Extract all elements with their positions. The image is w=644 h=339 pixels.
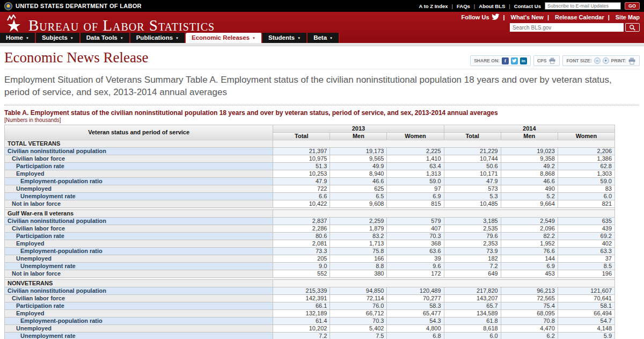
table-row: Employment-population ratio61.470.354.36… xyxy=(5,317,615,324)
value-cell: 166 xyxy=(330,255,387,262)
value-cell: 132,189 xyxy=(273,309,330,317)
value-cell: 10,422 xyxy=(273,200,330,207)
nav-item-label: Subjects xyxy=(42,34,68,41)
nav-item-beta[interactable]: Beta▼ xyxy=(308,33,340,43)
value-cell: 1,713 xyxy=(330,240,387,247)
value-cell: 6.0 xyxy=(558,192,614,200)
value-cell: 83.2 xyxy=(330,232,387,240)
table-row: Employed132,18966,71265,477134,58968,095… xyxy=(5,309,615,317)
value-cell: 73.3 xyxy=(273,247,330,255)
value-cell: 83 xyxy=(558,185,614,192)
value-cell: 82.2 xyxy=(501,232,558,240)
value-cell: 10,253 xyxy=(273,170,330,177)
value-cell: 59.0 xyxy=(558,177,614,185)
value-cell: 65.7 xyxy=(444,302,501,309)
print-icon[interactable] xyxy=(628,57,636,64)
value-cell: 2,837 xyxy=(273,217,330,225)
value-cell: 402 xyxy=(558,240,614,247)
topbar-link[interactable]: FAQs xyxy=(448,3,470,9)
masthead-link[interactable]: Release Calendar xyxy=(544,14,604,20)
row-label: Civilian noninstitutional population xyxy=(5,287,273,294)
table-row: Civilian noninstitutional population21,3… xyxy=(5,147,615,155)
row-label: Civilian labor force xyxy=(5,155,273,162)
table-row: Not in labor force10,4229,60881510,4859,… xyxy=(5,200,615,207)
search-button[interactable] xyxy=(625,23,640,32)
value-cell: 635 xyxy=(558,217,614,225)
value-cell: 1,879 xyxy=(330,225,387,232)
value-cell: 407 xyxy=(387,225,444,232)
twitter-share-icon[interactable] xyxy=(511,57,518,64)
follow-us-link[interactable]: Follow Us xyxy=(462,13,500,20)
cps-icon[interactable] xyxy=(548,57,556,64)
value-cell: 66,494 xyxy=(558,309,614,317)
value-cell: 10,202 xyxy=(273,324,330,332)
search-input[interactable] xyxy=(510,23,624,32)
go-button[interactable]: GO xyxy=(625,2,640,10)
topbar-links: A to Z IndexFAQsAbout BLSContact Us xyxy=(419,3,541,9)
value-cell: 8.8 xyxy=(330,262,387,270)
year-header: 2013 xyxy=(273,125,444,132)
chevron-down-icon: ▼ xyxy=(26,37,29,40)
table-units-note: [Numbers in thousands] xyxy=(4,117,640,123)
table-body: TOTAL VETERANSCivilian noninstitutional … xyxy=(5,140,615,339)
linkedin-icon[interactable]: in xyxy=(520,57,527,64)
value-cell: 49.9 xyxy=(330,162,387,170)
column-header: Women xyxy=(558,132,614,140)
value-cell: 96,213 xyxy=(501,287,558,294)
value-cell: 68,095 xyxy=(501,309,558,317)
table-row: Unemployed7226259757349083 xyxy=(5,185,615,192)
masthead-link[interactable]: What's New xyxy=(500,14,544,20)
nav-item-label: Economic Releases xyxy=(192,34,250,41)
subscribe-email-input[interactable] xyxy=(545,2,621,10)
nav-item-subjects[interactable]: Subjects▼ xyxy=(36,33,80,43)
value-cell: 8,940 xyxy=(330,170,387,177)
nav-item-label: Home xyxy=(6,34,23,41)
table-row: Unemployment rate7.27.56.86.06.25.9 xyxy=(5,332,615,339)
value-cell: 73.9 xyxy=(444,247,501,255)
nav-item-home[interactable]: Home▼ xyxy=(0,33,36,43)
value-cell: 649 xyxy=(444,270,501,277)
table-row: Unemployed10,2025,4024,8008,6184,4704,14… xyxy=(5,324,615,332)
value-cell: 6.6 xyxy=(273,192,330,200)
row-label: Unemployed xyxy=(5,185,273,192)
row-label: Unemployment rate xyxy=(5,262,273,270)
page-title: Economic News Release xyxy=(4,49,148,66)
agency-name: UNITED STATES DEPARTMENT OF LABOR xyxy=(16,3,142,9)
value-cell: 10,171 xyxy=(444,170,501,177)
value-cell: 58.3 xyxy=(387,302,444,309)
font-increase-button[interactable]: + xyxy=(603,57,609,64)
facebook-icon[interactable]: f xyxy=(502,57,509,64)
value-cell: 72,114 xyxy=(330,294,387,302)
value-cell: 2,549 xyxy=(501,217,558,225)
value-cell: 142,391 xyxy=(273,294,330,302)
row-label: Unemployment rate xyxy=(5,192,273,200)
topbar-link[interactable]: About BLS xyxy=(470,3,506,9)
section-title: Gulf War-era II veterans xyxy=(5,210,273,217)
value-cell: 21,397 xyxy=(273,147,330,155)
value-cell: 9,664 xyxy=(501,200,558,207)
value-cell: 80.6 xyxy=(273,232,330,240)
value-cell: 573 xyxy=(444,185,501,192)
value-cell: 10,744 xyxy=(444,155,501,162)
nav-item-students[interactable]: Students▼ xyxy=(262,33,308,43)
value-cell: 7.5 xyxy=(330,332,387,339)
value-cell: 3,185 xyxy=(444,217,501,225)
value-cell: 2,225 xyxy=(387,147,444,155)
release-subtitle: Employment Situation of Veterans Summary… xyxy=(4,69,639,105)
value-cell: 7.2 xyxy=(444,262,501,270)
value-cell: 215,339 xyxy=(273,287,330,294)
topbar-link[interactable]: Contact Us xyxy=(505,3,541,9)
nav-item-economic-releases[interactable]: Economic Releases▼ xyxy=(186,33,262,43)
nav-item-publications[interactable]: Publications▼ xyxy=(130,33,186,43)
table-row: Employed10,2538,9401,31310,1718,8681,303 xyxy=(5,170,615,177)
masthead-link[interactable]: Site Map xyxy=(604,14,640,20)
value-cell: 70,641 xyxy=(558,294,614,302)
value-cell: 10,485 xyxy=(444,200,501,207)
value-cell: 6.8 xyxy=(387,332,444,339)
font-decrease-button[interactable]: − xyxy=(594,57,601,64)
column-header: Women xyxy=(387,132,444,140)
value-cell: 5.3 xyxy=(444,192,501,200)
topbar-link[interactable]: A to Z Index xyxy=(419,3,448,9)
nav-item-data-tools[interactable]: Data Tools▼ xyxy=(80,33,130,43)
value-cell: 6.5 xyxy=(330,192,387,200)
